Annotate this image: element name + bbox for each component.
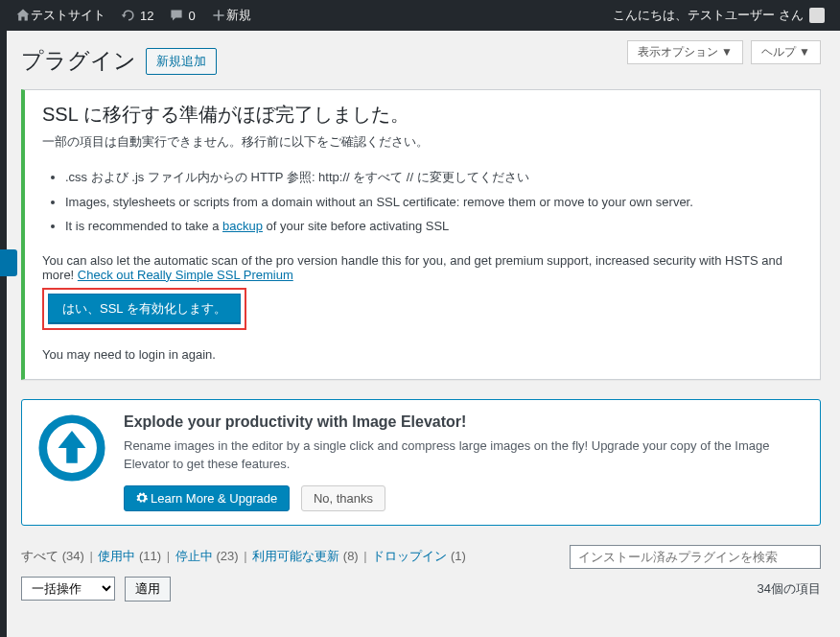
screen-options-button[interactable]: 表示オプション ▼: [627, 40, 743, 64]
no-thanks-button[interactable]: No, thanks: [301, 485, 385, 511]
list-item: Images, stylesheets or scripts from a do…: [65, 193, 803, 212]
new-label: 新規: [226, 7, 251, 24]
filter-updates[interactable]: 利用可能な更新 (8): [252, 549, 359, 563]
learn-more-button[interactable]: Learn More & Upgrade: [124, 485, 290, 511]
promo-panel: Explode your productivity with Image Ele…: [21, 399, 821, 526]
comments-count: 0: [188, 9, 195, 23]
ssl-relogin-note: You may need to login in again.: [42, 347, 803, 362]
activate-ssl-button[interactable]: はい、SSL を有効化します。: [48, 294, 241, 324]
promo-text: Rename images in the editor by a single …: [124, 436, 805, 474]
list-item: .css および .js ファイル内からの HTTP 参照: http:// を…: [65, 168, 803, 187]
home-icon: [15, 8, 31, 23]
avatar: [809, 8, 825, 23]
ssl-notice: SSL に移行する準備がほぼ完了しました。 一部の項目は自動実行できません。移行…: [21, 89, 821, 380]
add-new-plugin-button[interactable]: 新規追加: [146, 48, 217, 75]
comments-link[interactable]: 0: [161, 8, 202, 23]
bulk-action-select[interactable]: 一括操作: [21, 577, 115, 601]
new-content-link[interactable]: 新規: [203, 7, 259, 24]
ssl-pro-text: You can also let the automatic scan of t…: [42, 253, 803, 282]
updates-count: 12: [140, 9, 153, 23]
filter-links: すべて (34) | 使用中 (11) | 停止中 (23) | 利用可能な更新…: [21, 548, 466, 565]
plus-icon: [211, 8, 226, 23]
site-name: テストサイト: [31, 7, 105, 24]
gear-icon: [136, 492, 148, 504]
apply-button[interactable]: 適用: [125, 577, 171, 602]
search-input[interactable]: [570, 545, 821, 569]
promo-icon-wrap: [37, 413, 106, 511]
filter-inactive[interactable]: 停止中 (23): [175, 549, 239, 563]
ssl-premium-link[interactable]: Check out Really Simple SSL Premium: [78, 268, 293, 282]
page-title: プラグイン: [21, 46, 136, 76]
admin-toolbar: テストサイト 12 0 新規 こんにちは、テストユーザー さん: [0, 0, 840, 31]
ssl-notice-subtext: 一部の項目は自動実行できません。移行前に以下をご確認ください。: [42, 133, 803, 151]
ssl-notice-heading: SSL に移行する準備がほぼ完了しました。: [42, 102, 803, 128]
site-link[interactable]: テストサイト: [8, 7, 113, 24]
promo-heading: Explode your productivity with Image Ele…: [124, 413, 805, 431]
updates-link[interactable]: 12: [113, 8, 161, 23]
filter-active[interactable]: 使用中 (11): [98, 549, 161, 563]
account-link[interactable]: こんにちは、テストユーザー さん: [605, 7, 832, 24]
help-button[interactable]: ヘルプ ▼: [751, 40, 821, 64]
arrow-up-circle-icon: [37, 413, 106, 483]
item-count: 34個の項目: [758, 580, 821, 598]
comment-icon: [169, 8, 184, 23]
collapse-menu-button[interactable]: [0, 249, 17, 276]
ssl-activate-highlight: はい、SSL を有効化します。: [42, 288, 246, 330]
refresh-icon: [121, 8, 136, 23]
greeting: こんにちは、テストユーザー さん: [613, 7, 804, 24]
ssl-notice-list: .css および .js ファイル内からの HTTP 参照: http:// を…: [65, 168, 803, 236]
list-item: It is recommended to take a backup of yo…: [65, 217, 803, 236]
admin-sidebar-edge: [0, 31, 7, 637]
filter-dropins[interactable]: ドロップイン (1): [372, 549, 466, 563]
filter-all[interactable]: すべて (34): [21, 549, 84, 563]
backup-link[interactable]: backup: [222, 219, 263, 233]
